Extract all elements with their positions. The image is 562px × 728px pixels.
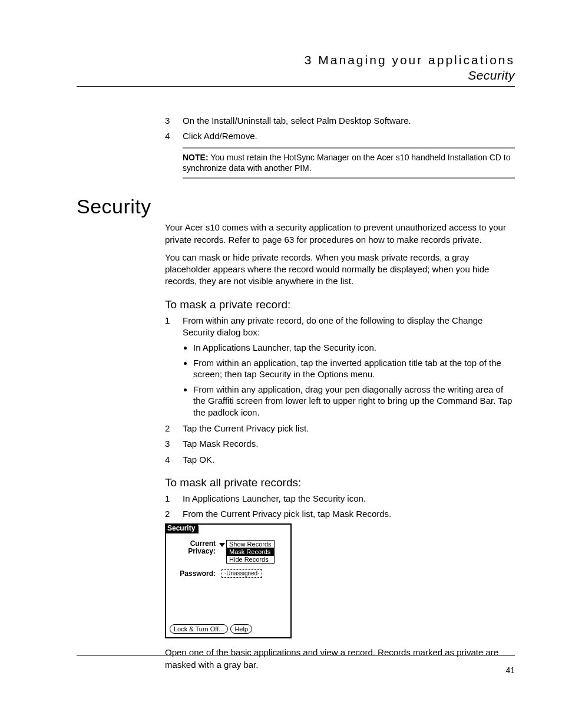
footer-rule — [77, 655, 515, 655]
paragraph: Your Acer s10 comes with a security appl… — [165, 222, 515, 246]
step-item: 3 On the Install/Uninstall tab, select P… — [165, 115, 515, 127]
steps-mask-record: 1 From within any private record, do one… — [165, 315, 515, 339]
page-number: 41 — [505, 666, 515, 675]
step-text: From the Current Privacy pick list, tap … — [183, 508, 515, 520]
note-block: NOTE: You must retain the HotSync Manage… — [183, 147, 515, 179]
step-item: 4 Tap OK. — [165, 454, 515, 466]
palm-help-button[interactable]: Help — [230, 624, 252, 634]
palm-privacy-dropdown[interactable]: Show Records Mask Records Hide Records — [219, 540, 275, 564]
note-label: NOTE: — [183, 153, 209, 162]
palm-option-mask[interactable]: Mask Records — [227, 548, 274, 556]
step-text: Tap the Current Privacy pick list. — [183, 423, 515, 434]
step-text: Tap Mask Records. — [183, 438, 515, 450]
subhead-mask-record: To mask a private record: — [165, 298, 515, 311]
step-text: In Applications Launcher, tap the Securi… — [183, 493, 515, 505]
step-number: 2 — [165, 423, 183, 434]
palm-titlebar: Security — [165, 523, 199, 533]
header-rule — [77, 86, 515, 87]
paragraph: Open one of the basic applications and v… — [165, 647, 515, 671]
chevron-down-icon — [219, 543, 225, 547]
palm-option-show[interactable]: Show Records — [227, 541, 274, 548]
palm-label-privacy: Privacy: — [174, 548, 216, 555]
palm-password-field[interactable]: -Unassigned- — [222, 569, 262, 578]
section-title: Security — [77, 68, 515, 83]
palm-screenshot: Security Current Privacy: Show Records M… — [165, 523, 292, 638]
step-item: 2 Tap the Current Privacy pick list. — [165, 423, 515, 434]
palm-dropdown-options: Show Records Mask Records Hide Records — [226, 540, 275, 564]
step-item: 2 From the Current Privacy pick list, ta… — [165, 508, 515, 520]
chapter-title: 3 Managing your applications — [77, 53, 515, 67]
step-item: 3 Tap Mask Records. — [165, 438, 515, 450]
running-head: 3 Managing your applications Security — [77, 53, 515, 83]
step-number: 4 — [165, 130, 183, 142]
steps-mask-record-cont: 2 Tap the Current Privacy pick list. 3 T… — [165, 423, 515, 466]
note-text: You must retain the HotSync Manager on t… — [183, 153, 510, 173]
step-item: 4 Click Add/Remove. — [165, 130, 515, 142]
step-number: 4 — [165, 454, 183, 466]
palm-label-password: Password: — [174, 570, 219, 578]
steps-continuation: 3 On the Install/Uninstall tab, select P… — [165, 115, 515, 143]
palm-option-hide[interactable]: Hide Records — [227, 556, 274, 563]
step-number: 3 — [165, 438, 183, 450]
palm-label-current-privacy: Current Privacy: — [174, 540, 219, 555]
step-number: 1 — [165, 493, 183, 505]
heading-security: Security — [77, 195, 515, 218]
step-text: From within any private record, do one o… — [183, 315, 515, 339]
step-number: 1 — [165, 315, 183, 327]
step-text: On the Install/Uninstall tab, select Pal… — [183, 115, 515, 127]
step-item: 1 From within any private record, do one… — [165, 315, 515, 339]
steps-mask-all: 1 In Applications Launcher, tap the Secu… — [165, 493, 515, 521]
bullet-item: In Applications Launcher, tap the Securi… — [193, 342, 515, 354]
step-number: 2 — [165, 508, 183, 520]
palm-lock-button[interactable]: Lock & Turn Off... — [170, 624, 228, 634]
subhead-mask-all: To mask all private records: — [165, 476, 515, 489]
step-text: Click Add/Remove. — [183, 130, 515, 142]
step-item: 1 In Applications Launcher, tap the Secu… — [165, 493, 515, 505]
step-number: 3 — [165, 115, 183, 127]
bullet-item: From within an application, tap the inve… — [193, 357, 515, 380]
bullet-list: In Applications Launcher, tap the Securi… — [165, 342, 515, 418]
paragraph: You can mask or hide private records. Wh… — [165, 252, 515, 288]
bullet-item: From within any application, drag your p… — [193, 384, 515, 419]
step-text: Tap OK. — [183, 454, 515, 466]
